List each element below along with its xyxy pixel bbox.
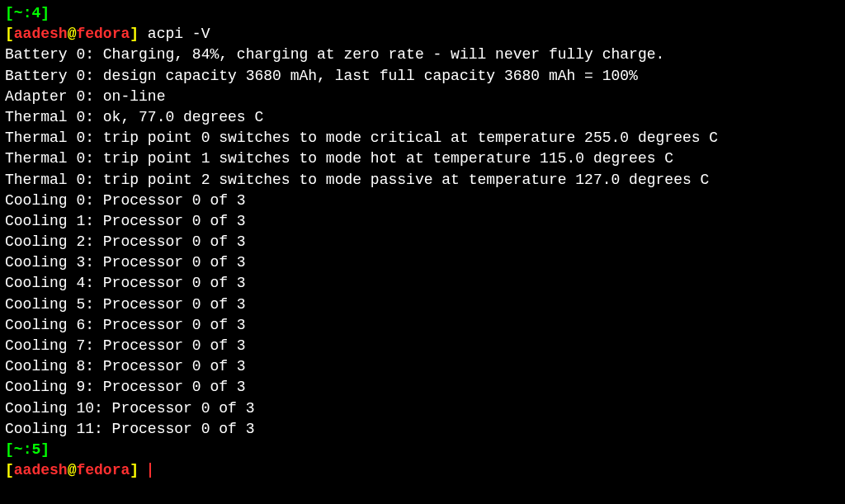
output-line: Cooling 7: Processor 0 of 3 [5, 336, 840, 356]
prompt-line-4[interactable]: [aadesh@fedora] [5, 460, 840, 481]
output-line: Battery 0: Charging, 84%, charging at ze… [5, 45, 840, 65]
output-line: Cooling 9: Processor 0 of 3 [5, 377, 840, 398]
output-line: Cooling 10: Processor 0 of 3 [5, 398, 840, 419]
prompt-line-2: [aadesh@fedora] acpi -V [5, 24, 840, 45]
cursor-icon [149, 463, 151, 478]
hostname: fedora [76, 462, 130, 478]
at-sign: @ [68, 26, 77, 42]
output-line: Battery 0: design capacity 3680 mAh, las… [5, 66, 840, 87]
output-line: Cooling 2: Processor 0 of 3 [5, 232, 840, 252]
bracket-close: ] [40, 441, 50, 458]
prompt-number: 4 [31, 5, 40, 21]
terminal-output[interactable]: [~:4] [aadesh@fedora] acpi -V Battery 0:… [5, 3, 840, 481]
output-line: Cooling 6: Processor 0 of 3 [5, 315, 840, 336]
output-line: Cooling 0: Processor 0 of 3 [5, 191, 840, 211]
bracket-open: [ [5, 26, 14, 42]
output-line: Cooling 4: Processor 0 of 3 [5, 273, 840, 294]
bracket-close: ] [40, 5, 50, 21]
output-line: Thermal 0: trip point 0 switches to mode… [5, 128, 840, 148]
command-text: acpi -V [139, 26, 210, 42]
prompt-number: 5 [31, 441, 40, 458]
bracket-close: ] [130, 26, 139, 42]
output-line: Adapter 0: on-line [5, 87, 840, 107]
output-line: Cooling 5: Processor 0 of 3 [5, 294, 840, 315]
colon: : [23, 441, 32, 458]
at-sign: @ [68, 462, 77, 478]
username: aadesh [14, 26, 68, 42]
output-line: Cooling 1: Processor 0 of 3 [5, 211, 840, 232]
prompt-space [139, 462, 148, 478]
tilde: ~ [14, 441, 23, 458]
hostname: fedora [76, 26, 130, 42]
prompt-line-1: [~:4] [5, 3, 840, 24]
output-line: Cooling 11: Processor 0 of 3 [5, 419, 840, 440]
bracket-close: ] [130, 462, 139, 478]
output-line: Thermal 0: trip point 2 switches to mode… [5, 170, 840, 191]
output-line: Cooling 8: Processor 0 of 3 [5, 356, 840, 377]
output-line: Thermal 0: trip point 1 switches to mode… [5, 148, 840, 169]
username: aadesh [14, 462, 68, 478]
prompt-line-3: [~:5] [5, 440, 840, 460]
bracket-open: [ [5, 441, 14, 458]
bracket-open: [ [5, 462, 14, 478]
bracket-open: [ [5, 5, 14, 21]
output-line: Thermal 0: ok, 77.0 degrees C [5, 107, 840, 128]
tilde: ~ [14, 5, 23, 21]
colon: : [23, 5, 32, 21]
output-line: Cooling 3: Processor 0 of 3 [5, 252, 840, 273]
